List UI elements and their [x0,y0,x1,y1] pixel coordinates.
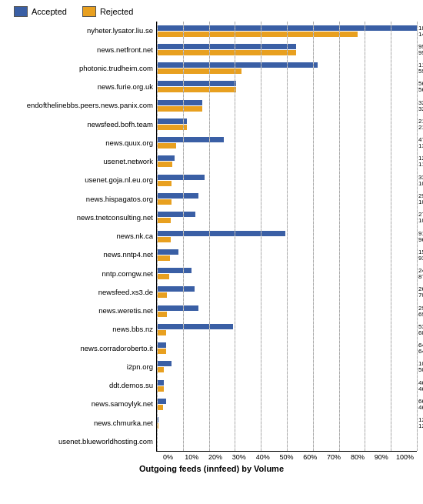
rejected-bar [157,218,171,223]
y-label: news.bbs.nz [6,322,153,336]
grid-line [235,22,235,451]
legend-rejected: Rejected [82,6,133,17]
y-label: news.weretis.net [6,304,153,318]
accepted-bar [157,342,166,348]
accepted-bar [157,193,198,199]
rejected-value: 507792 [418,366,423,373]
rejected-value: 5998499 [418,68,423,75]
accepted-bar [157,62,318,68]
rejected-bar [157,106,202,112]
y-label: news.netfront.net [6,42,153,56]
x-tick: 60% [298,453,322,461]
y-label: ddt.demos.su [6,379,153,392]
rejected-label: Rejected [100,7,133,16]
rejected-bar [157,50,296,55]
rejected-bar [157,162,172,167]
rejected-value: 1010191 [418,217,423,224]
y-label: endofthelinebbs.peers.news.panix.com [6,98,153,112]
grid-line [365,22,365,451]
accepted-box [14,6,28,17]
accepted-bar [157,155,175,161]
grid-line [157,22,158,451]
y-label: photonic.trudheim.com [6,62,153,75]
y-label: news.corradoroberto.it [6,341,153,355]
rejected-value: 1360401 [418,142,423,149]
x-tick: 10% [180,453,204,461]
rejected-bar [157,274,169,279]
grid-line [339,22,340,451]
y-label: news.quux.org [6,136,153,150]
rejected-value: 14263606 [418,31,423,38]
y-label: usenet.network [6,155,153,169]
y-label: news.tnetconsulting.net [6,211,153,225]
y-label: news.hispagatos.org [6,192,153,205]
x-tick: 90% [369,453,393,461]
rejected-value: 646756 [418,348,423,355]
bars-section: nyheter.lysator.liu.senews.netfront.netp… [6,22,417,451]
rejected-bar [157,312,167,317]
rejected-value: 1065348 [418,180,423,187]
accepted-bar [157,212,195,217]
y-label: news.chmurka.net [6,416,153,429]
rejected-value: 3217110 [418,105,423,112]
rejected-value: 692125 [418,311,423,318]
grid-line [183,22,184,451]
y-label: news.nk.ca [6,229,153,243]
rejected-value: 9905314 [418,49,423,56]
rejected-bar [157,330,166,335]
rejected-bar [157,32,358,37]
rejected-bar [157,143,176,149]
rejected-value: 1108065 [418,161,423,168]
rejected-bar [157,349,166,354]
rejected-bar [157,255,170,261]
x-tick: 50% [275,453,298,461]
accepted-bar [157,286,195,292]
y-label: news.furie.org.uk [6,80,153,94]
accepted-bar [157,268,192,273]
chart-title: Outgoing feeds (innfeed) by Volume [6,464,417,473]
rejected-value: 2118282 [418,124,423,131]
grid-line [287,22,288,451]
accepted-label: Accepted [32,7,67,16]
accepted-bar [157,324,233,329]
y-labels: nyheter.lysator.liu.senews.netfront.netp… [6,22,156,451]
accepted-bar [157,175,205,180]
y-label: news.samoylyk.net [6,397,153,411]
bars-area: 1846642314263606990531499053141139154459… [156,22,417,451]
x-tick: 40% [251,453,275,461]
rejected-value: 966125 [418,236,423,243]
grid-line [313,22,314,451]
x-tick: 20% [204,453,228,461]
x-tick: 80% [346,453,370,461]
accepted-bar [157,81,236,86]
y-label: newsfeed.xs3.de [6,285,153,299]
x-tick: 70% [322,453,346,461]
y-label: newsfeed.bofh.team [6,117,153,131]
accepted-bar [157,44,296,49]
accepted-bar [157,305,198,311]
rejected-value: 680736 [418,329,423,336]
accepted-bar [157,231,285,236]
rejected-value: 879579 [418,273,423,280]
rejected-bar [157,367,164,372]
rejected-bar [157,87,236,92]
x-tick: 0% [156,453,180,461]
rejected-bar [157,68,241,74]
accepted-bar [157,100,202,105]
y-label: i2pn.org [6,360,153,374]
grid-line [391,22,391,451]
legend: Accepted Rejected [6,6,417,17]
x-tick: 100% [393,453,417,461]
rejected-bar [157,405,163,410]
accepted-bar [157,137,224,142]
legend-accepted: Accepted [14,6,67,17]
accepted-bar [157,361,172,366]
rejected-value: 5632761 [418,86,423,93]
grid-line [209,22,210,451]
chart-container: Accepted Rejected nyheter.lysator.liu.se… [0,0,423,504]
rejected-bar [157,199,172,205]
rejected-value: 467048 [418,386,423,392]
grid-line [417,22,418,451]
rejected-value: 463627 [418,404,423,411]
rejected-box [82,6,96,17]
